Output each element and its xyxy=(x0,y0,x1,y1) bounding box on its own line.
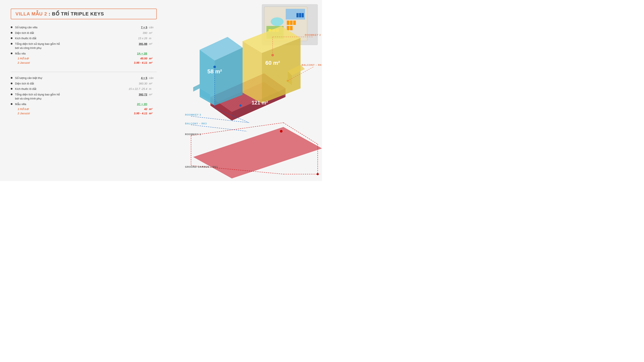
list-item: Số lượng căn villa 7 + 5 căn xyxy=(11,25,157,29)
section-1: Số lượng căn villa 7 + 5 căn Diện tích l… xyxy=(11,25,157,65)
section-2: Số lượng căn biệt thự 4 + 5 căn Diện tíc… xyxy=(11,76,157,116)
list-item: Kích thước lô đất 15 x 22.7 -25.4 m xyxy=(11,87,157,91)
bullet-icon xyxy=(11,52,12,54)
label-roomkey1: ROOMKEY 1 xyxy=(185,133,201,136)
dashed-line-rk3-left xyxy=(191,116,249,123)
sub-row-2: 2 Jacuzzi 3.95 - 4.11 m² xyxy=(11,61,157,64)
list-item: Mẫu vila 2A + 2B xyxy=(11,51,157,56)
bullet-icon xyxy=(11,32,12,34)
bullet-icon xyxy=(11,77,12,79)
title-box: VILLA MẪU 2 : BỐ TRÍ TRIPLE KEYS xyxy=(11,8,157,19)
bullet-icon xyxy=(11,103,12,105)
label-roomkey2: ROOMKEY 2 xyxy=(305,34,321,36)
bullet-icon xyxy=(11,82,12,84)
list-item: Số lượng căn biệt thự 4 + 5 căn xyxy=(11,76,157,80)
label-balcony-rk3: BALCONY – RK3 xyxy=(185,122,207,125)
info-list-1: Số lượng căn villa 7 + 5 căn Diện tích l… xyxy=(11,25,157,55)
sub-row-1: 1 Hồ bơi 45.50 m² xyxy=(11,57,157,60)
info-list-2: Số lượng căn biệt thự 4 + 5 căn Diện tíc… xyxy=(11,76,157,106)
dot-rk1-corner xyxy=(317,173,319,175)
list-item: Diện tích lô đất 360.30 m² xyxy=(11,81,157,86)
dashed-line-balcony-rk3 xyxy=(191,125,247,131)
list-item: Tổng diện tích sử dụng bao gồm hồbơi và … xyxy=(11,92,157,101)
bullet-icon xyxy=(11,43,12,45)
page-title: VILLA MẪU 2 : BỐ TRÍ TRIPLE KEYS xyxy=(16,11,104,16)
right-panel: 58 m² 60 m² 121 m² xyxy=(168,0,322,181)
dot-rk3-2 xyxy=(239,104,242,107)
sub-row-4: 2 Jacuzzi 3.95 - 4.11 m² xyxy=(11,112,157,115)
bullet-icon xyxy=(11,26,12,28)
balcony-rk3-side xyxy=(193,84,200,92)
area-label-60: 60 m² xyxy=(265,60,280,66)
dot-rk1-2 xyxy=(280,130,282,132)
area-label-121: 121 m² xyxy=(252,100,268,105)
bullet-icon xyxy=(11,88,12,90)
label-ground-garden: GROUND GARDEN – RK1 xyxy=(185,166,218,168)
sub-row-3: 1 Hồ bơi 42 m² xyxy=(11,107,157,111)
page: VILLA MẪU 2 : BỐ TRÍ TRIPLE KEYS Số lượn… xyxy=(0,0,322,181)
list-item: Diện tích lô đất 390 m² xyxy=(11,31,157,35)
bullet-icon xyxy=(11,37,12,39)
list-item: Mẫu villa 2C + 2D xyxy=(11,102,157,106)
list-item: Kích thước lô đất 15 x 26 m xyxy=(11,36,157,40)
diagram-svg: 58 m² 60 m² 121 m² xyxy=(168,0,322,181)
left-panel: VILLA MẪU 2 : BỐ TRÍ TRIPLE KEYS Số lượn… xyxy=(0,0,168,181)
label-balcony-rk2: BALCONY – RK2 xyxy=(302,64,322,66)
label-roomkey3: ROOMKEY 3 xyxy=(185,113,201,116)
bullet-icon xyxy=(11,93,12,95)
list-item: Tổng diện tích sử dụng bao gồm hồbơi và … xyxy=(11,42,157,50)
